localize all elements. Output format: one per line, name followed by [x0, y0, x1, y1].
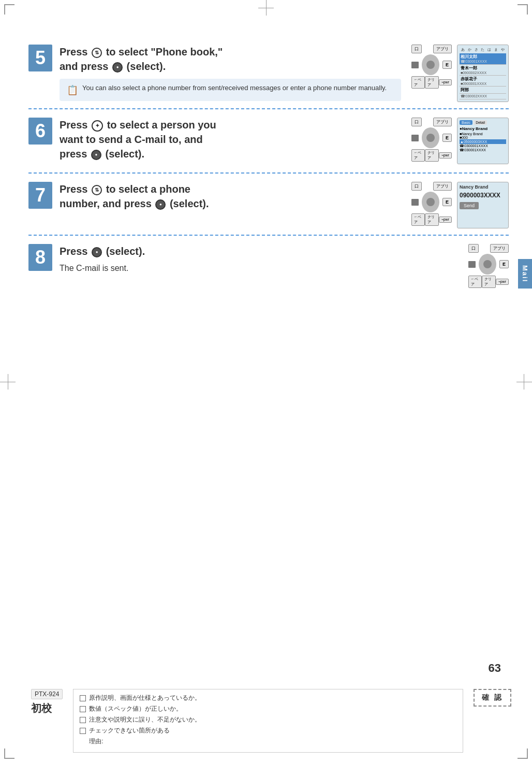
detail-item-num3: ☎030001XXXX: [460, 148, 506, 152]
step-7-text2: to select a phone: [106, 183, 190, 195]
confirm-number-7: 0900003XXXX: [460, 192, 506, 199]
step-8-images: 口 アプリ E ←ベア クリア ⌁pwr: [468, 244, 509, 288]
detail-screen-6: Basic Detail ●Nancy Brand ■Nancy Brand ■…: [460, 120, 506, 152]
screen-5-contact-1: 相川太郎 ☎030001XXXX: [460, 53, 506, 65]
clear-key-7: クリア: [425, 213, 438, 226]
checklist-item-4: チェックできない箇所がある: [80, 726, 456, 735]
step-5: 5 Press ⇅ to select "Phone book," and pr…: [28, 36, 509, 109]
screen-5-contact-4: 阿部: [460, 87, 506, 94]
mail-tab: Mail: [518, 259, 532, 289]
e-key-8: E: [499, 260, 509, 268]
step-8-text: Press ● (select).: [60, 244, 458, 258]
step-number-7: 7: [28, 182, 52, 209]
footer-area: PTX-924 初校 原作説明、画面が仕様とあっているか。 数値（スペック値）が…: [31, 689, 511, 753]
steps-area: 5 Press ⇅ to select "Phone book," and pr…: [28, 36, 509, 683]
step-6-keypad: 口 アプリ E ←ベア クリア ⌁pwr: [411, 118, 452, 162]
step-7-text4: (select).: [170, 198, 209, 209]
step-5-note-text: You can also select a phone number from …: [82, 84, 387, 92]
checklist-item-5: 理由:: [89, 737, 456, 746]
step-6-text: Press ✦ to select a person you want to s…: [60, 118, 401, 161]
step-number-5: 5: [28, 45, 52, 71]
step-7-press: Press: [60, 183, 88, 195]
pwr-key-7: ⌁pwr: [439, 217, 452, 223]
nav-center-dot: [426, 61, 435, 69]
screen-5-contact-3: 赤坂花子 ■0900001XXXX: [460, 76, 506, 87]
footer-model: PTX-924 初校: [31, 689, 63, 715]
mail-icon-7: [411, 199, 419, 206]
step-5-nav-icon: ⇅: [92, 48, 102, 58]
step-5-keypad: 口 アプリ E ←ベア クリア ⌁pwr: [411, 45, 452, 89]
e-key-6: E: [442, 134, 452, 142]
step-7-keypad: 口 アプリ E ←ベア クリア ⌁pwr: [411, 182, 452, 226]
soft-key-left: ←ベア: [411, 76, 425, 89]
soft-key-8: ←ベア: [468, 276, 482, 288]
crosshair-left: [0, 374, 16, 390]
checklist-text-2: 数値（スペック値）が正しいか。: [89, 704, 182, 713]
step-8-text2: (select).: [106, 246, 145, 257]
checkbox-3: [80, 717, 86, 723]
corner-mark-bl: [4, 748, 14, 759]
step-7-nav-icon: ⇅: [92, 185, 102, 195]
pwr-key-8: ⌁pwr: [496, 279, 509, 285]
detail-item-000: ■000: [460, 136, 506, 139]
model-number: PTX-924: [31, 689, 63, 699]
screen-5-header: あかさたはまや: [460, 47, 506, 52]
step-6-text4: press: [60, 148, 90, 160]
page-number: 63: [489, 661, 501, 675]
footer-confirm: 確 認: [474, 689, 511, 707]
step-6-press: Press: [60, 119, 88, 131]
keypad8-アプリ: アプリ: [490, 244, 509, 253]
confirm-name-7: Nancy Brand: [460, 184, 506, 190]
checklist-item-2: 数値（スペック値）が正しいか。: [80, 704, 456, 713]
screen-5-contact-5: ☎030002XXXX: [460, 94, 506, 99]
step-6: 6 Press ✦ to select a person you want to…: [28, 109, 509, 174]
pwr-key-6: ⌁pwr: [439, 152, 452, 159]
detail-tabs-6: Basic Detail: [460, 120, 506, 125]
nav-ring: [422, 54, 439, 75]
keypad7-アプリ: アプリ: [433, 182, 452, 191]
step-6-screen: Basic Detail ●Nancy Brand ■Nancy Brand ■…: [457, 118, 509, 164]
nav-ring-8: [479, 254, 496, 275]
corner-mark-tr: [518, 4, 528, 15]
nav-ring-7: [422, 192, 439, 212]
step-8-keypad: 口 アプリ E ←ベア クリア ⌁pwr: [468, 244, 509, 288]
clear-key: クリア: [425, 76, 438, 89]
model-revision: 初校: [31, 701, 63, 715]
detail-item-num1: ▲05000003XXX: [460, 139, 506, 144]
detail-item-brand: ■Nancy Brand: [460, 132, 506, 136]
checklist-text-3: 注意文や説明文に誤り、不足がないか。: [89, 715, 201, 724]
step-6-text5: (select).: [106, 148, 145, 160]
step-8: 8 Press ● (select). The C-mail is sent. …: [28, 236, 509, 294]
soft-key-7: ←ベア: [411, 213, 425, 226]
keypad8-top-left: 口: [468, 244, 479, 253]
note-icon-5: 📋: [67, 84, 78, 96]
crosshair-right: [516, 374, 532, 390]
keypad-key-アプリ: アプリ: [433, 45, 452, 53]
detail-item-num2: ☎0300001XXXX: [460, 144, 506, 148]
screen-5-contact-2: 青木一郎 ■0900002XXXX: [460, 65, 506, 76]
step-number-8: 8: [28, 244, 52, 271]
step-5-select-icon: ●: [112, 62, 123, 73]
corner-mark-br: [518, 748, 528, 759]
keypad-key-top-left: 口: [411, 45, 422, 53]
step-5-text2: to select "Phone book,": [106, 46, 223, 57]
step-7-select-icon: ●: [155, 199, 166, 210]
step-8-subtext: The C-mail is sent.: [60, 264, 458, 273]
e-key: E: [442, 61, 452, 69]
pwr-key: ⌁pwr: [439, 79, 452, 85]
step-6-text2: to select a person you: [107, 119, 216, 131]
nav-dot-7: [426, 198, 435, 206]
step-5-screen: あかさたはまや 相川太郎 ☎030001XXXX 青木一郎 ■0900002XX…: [457, 45, 509, 102]
nav-dot-8: [483, 260, 492, 268]
tab-basic: Basic: [460, 120, 472, 125]
step-5-press: Press: [60, 46, 88, 57]
step-7: 7 Press ⇅ to select a phone number, and …: [28, 174, 509, 236]
tab-detail: Detail: [474, 120, 487, 125]
step-5-text: Press ⇅ to select "Phone book," and pres…: [60, 45, 401, 74]
keypad7-top-left: 口: [411, 182, 422, 191]
detail-name-6: ●Nancy Brand: [460, 126, 506, 131]
confirm-send-7: Send: [460, 202, 479, 209]
clear-key-6: クリア: [425, 149, 438, 162]
step-8-select-icon: ●: [92, 247, 102, 257]
step-7-images: 口 アプリ E ←ベア クリア ⌁pwr: [411, 182, 509, 228]
